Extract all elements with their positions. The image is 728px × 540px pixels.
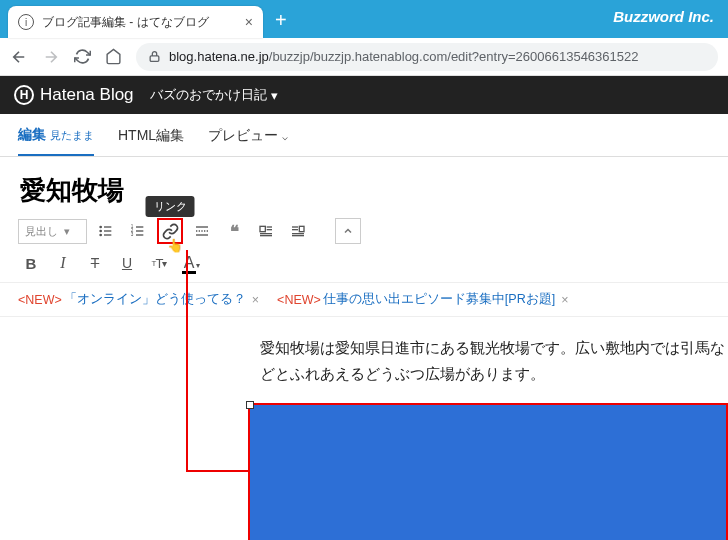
close-icon[interactable]: ×: [245, 14, 253, 30]
strike-button[interactable]: T: [82, 250, 108, 276]
notice-item[interactable]: <NEW> 「オンライン」どう使ってる？ ×: [18, 291, 259, 308]
chevron-down-icon: ⌵: [282, 131, 288, 142]
forward-button[interactable]: [42, 48, 60, 66]
close-icon[interactable]: ×: [252, 293, 259, 307]
home-button[interactable]: [105, 48, 122, 65]
browser-tab[interactable]: i ブログ記事編集 - はてなブログ ×: [8, 6, 263, 38]
svg-point-1: [100, 226, 101, 227]
annotation-line: [186, 250, 188, 472]
svg-rect-16: [260, 226, 265, 231]
bold-button[interactable]: B: [18, 250, 44, 276]
link-button[interactable]: リンク 👆: [157, 218, 183, 244]
address-bar: blog.hatena.ne.jp/buzzjp/buzzjp.hatenabl…: [0, 38, 728, 76]
collapse-button[interactable]: [335, 218, 361, 244]
url-field[interactable]: blog.hatena.ne.jp/buzzjp/buzzjp.hatenabl…: [136, 43, 718, 71]
svg-point-5: [100, 234, 101, 235]
tab-preview[interactable]: プレビュー ⌵: [208, 127, 288, 155]
hatena-logo-icon: H: [14, 85, 34, 105]
hatena-header: H Hatena Blog バズのおでかけ日記 ▾: [0, 76, 728, 114]
editor-tabs: 編集 見たまま HTML編集 プレビュー ⌵: [0, 114, 728, 157]
svg-text:3: 3: [131, 232, 134, 237]
fontcolor-button[interactable]: A▾: [178, 250, 204, 276]
heading-select[interactable]: 見出し ▾: [18, 219, 87, 244]
hatena-logo[interactable]: H Hatena Blog: [14, 85, 134, 105]
svg-rect-0: [150, 56, 159, 61]
notice-bar: <NEW> 「オンライン」どう使ってる？ × <NEW> 仕事の思い出エピソード…: [0, 282, 728, 317]
editor-toolbar: 見出し ▾ 123 リンク 👆 ❝ B I T U TT▾ A▾: [0, 218, 728, 276]
link-tooltip: リンク: [146, 196, 195, 217]
annotation-line: [186, 470, 250, 472]
align-right-button[interactable]: [285, 218, 311, 244]
underline-button[interactable]: U: [114, 250, 140, 276]
readmore-button[interactable]: [189, 218, 215, 244]
quote-button[interactable]: ❝: [221, 218, 247, 244]
fontsize-button[interactable]: TT▾: [146, 250, 172, 276]
url-text: blog.hatena.ne.jp/buzzjp/buzzjp.hatenabl…: [169, 49, 638, 64]
align-left-button[interactable]: [253, 218, 279, 244]
hatena-brand-text: Hatena Blog: [40, 85, 134, 105]
browser-tab-strip: i ブログ記事編集 - はてなブログ × + Buzzword Inc.: [0, 0, 728, 38]
tab-html[interactable]: HTML編集: [118, 127, 184, 155]
resize-handle[interactable]: [246, 401, 254, 409]
post-title-field[interactable]: [18, 171, 710, 210]
notice-item[interactable]: <NEW> 仕事の思い出エピソード募集中[PRお題] ×: [277, 291, 568, 308]
ol-button[interactable]: 123: [125, 218, 151, 244]
reload-button[interactable]: [74, 48, 91, 65]
lock-icon: [148, 50, 161, 63]
blog-name-dropdown[interactable]: バズのおでかけ日記 ▾: [150, 86, 278, 104]
body-paragraph[interactable]: 愛知牧場は愛知県日進市にある観光牧場です。広い敷地内では引馬などとふれあえるどう…: [0, 317, 728, 394]
tab-edit[interactable]: 編集 見たまま: [18, 126, 94, 156]
ul-button[interactable]: [93, 218, 119, 244]
tab-title: ブログ記事編集 - はてなブログ: [42, 14, 239, 31]
chevron-down-icon: ▾: [271, 88, 278, 103]
editor-body[interactable]: 愛知牧場は愛知県日進市にある観光牧場です。広い敷地内では引馬などとふれあえるどう…: [0, 317, 728, 394]
selected-image[interactable]: [248, 403, 728, 540]
back-button[interactable]: [10, 48, 28, 66]
tab-favicon-icon: i: [18, 14, 34, 30]
svg-rect-22: [299, 226, 304, 231]
close-icon[interactable]: ×: [561, 293, 568, 307]
italic-button[interactable]: I: [50, 250, 76, 276]
new-tab-button[interactable]: +: [275, 9, 287, 32]
title-input[interactable]: [18, 171, 710, 210]
company-label: Buzzword Inc.: [613, 8, 714, 25]
svg-point-3: [100, 230, 101, 231]
